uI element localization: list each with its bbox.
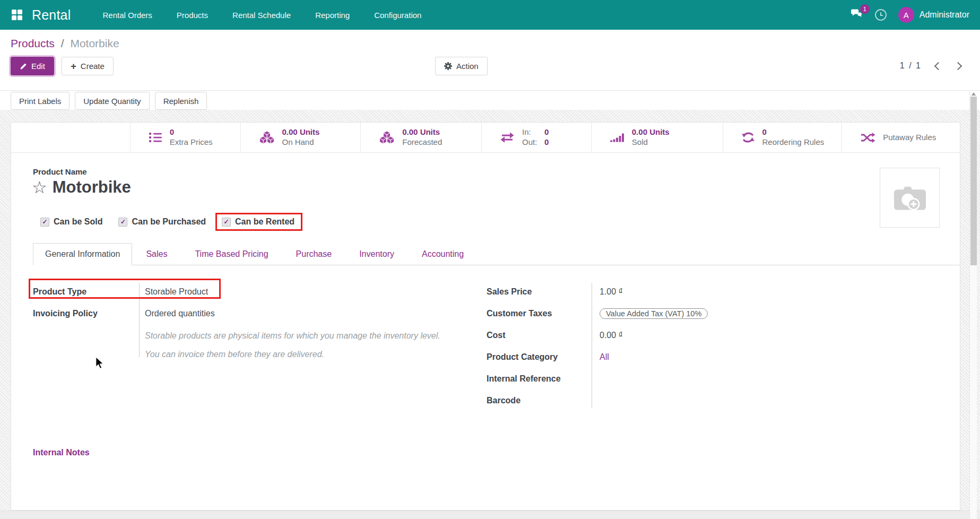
tab-time-based-pricing[interactable]: Time Based Pricing — [181, 244, 282, 265]
stat-putaway-rules[interactable]: Putaway Rules — [842, 123, 960, 152]
main-menu: Rental Orders Products Rental Schedule R… — [102, 11, 421, 20]
shuffle-icon — [860, 132, 875, 143]
tab-purchase[interactable]: Purchase — [282, 244, 346, 265]
navbar-right: 1 A Administrator — [851, 0, 969, 30]
menu-reporting[interactable]: Reporting — [315, 11, 350, 20]
field-sales-price: Sales Price 1.00 ₫ — [487, 281, 831, 302]
exchange-arrows-icon — [500, 131, 515, 144]
tax-tag: Value Added Tax (VAT) 10% — [600, 308, 708, 319]
pencil-icon — [20, 63, 27, 70]
breadcrumb-products[interactable]: Products — [11, 37, 55, 49]
avatar: A — [898, 7, 914, 23]
checkbox-can-be-rented[interactable]: ✓ Can be Rented — [215, 213, 302, 231]
pager-next-icon[interactable] — [954, 62, 962, 70]
top-navbar: Rental Rental Orders Products Rental Sch… — [0, 0, 980, 30]
app-brand[interactable]: Rental — [32, 7, 71, 23]
product-image-placeholder[interactable] — [880, 168, 940, 228]
checkbox-can-be-purchased[interactable]: ✓ Can be Purchased — [118, 217, 206, 227]
camera-plus-icon — [892, 183, 927, 213]
plus-icon: + — [71, 63, 76, 70]
action-button[interactable]: Action — [435, 57, 488, 75]
user-name: Administrator — [920, 10, 969, 20]
breadcrumb: Products / Motorbike — [11, 37, 969, 50]
scrollbar-thumb[interactable] — [970, 97, 977, 265]
create-button[interactable]: + Create — [62, 57, 114, 75]
internal-notes-label: Internal Notes — [33, 448, 90, 457]
form-sheet: 0 Extra Prices 0.00 Units On H — [11, 122, 960, 511]
cubes-icon — [379, 131, 395, 145]
messages-button[interactable]: 1 — [851, 8, 863, 21]
activities-clock-icon[interactable] — [875, 9, 887, 21]
stat-sold[interactable]: 0.00 Units Sold — [592, 123, 723, 152]
tab-sales[interactable]: Sales — [132, 244, 181, 265]
field-cost: Cost 0.00 ₫ — [487, 324, 831, 346]
control-buttons: Edit + Create — [11, 57, 969, 78]
control-panel: Products / Motorbike Edit + Create — [0, 30, 980, 91]
general-info-right-group: Sales Price 1.00 ₫ Customer Taxes Value … — [487, 281, 831, 411]
menu-products[interactable]: Products — [177, 11, 208, 20]
field-product-type: Product Type Storable Product — [33, 281, 441, 302]
list-icon — [149, 132, 162, 143]
form-statusbar: Print Labels Update Quantity Replenish — [0, 91, 980, 110]
print-labels-button[interactable]: Print Labels — [11, 92, 70, 110]
form-view: 0 Extra Prices 0.00 Units On H — [0, 110, 980, 519]
field-help-text: Storable products are physical items for… — [139, 330, 440, 360]
product-name-label: Product Name — [33, 167, 87, 176]
breadcrumb-separator: / — [61, 37, 64, 49]
pager: 1 / 1 — [900, 61, 961, 71]
pager-count: 1 / 1 — [900, 61, 922, 71]
stat-on-hand[interactable]: 0.00 Units On Hand — [241, 123, 361, 152]
update-quantity-button[interactable]: Update Quantity — [75, 92, 149, 110]
checkbox-can-be-sold[interactable]: ✓ Can be Sold — [40, 217, 102, 227]
page: Rental Rental Orders Products Rental Sch… — [0, 0, 980, 519]
general-info-left-group: Product Type Storable Product Invoicing … — [33, 281, 441, 360]
tab-accounting[interactable]: Accounting — [408, 244, 478, 265]
product-category-link[interactable]: All — [600, 352, 609, 361]
field-invoicing-policy: Invoicing Policy Ordered quantities — [33, 302, 441, 324]
vertical-scrollbar[interactable] — [969, 91, 977, 519]
stat-button-box: 0 Extra Prices 0.00 Units On H — [11, 123, 960, 153]
user-menu[interactable]: A Administrator — [898, 7, 969, 23]
scroll-up-arrow-icon[interactable] — [972, 92, 976, 96]
bottom-scrollbar-strip — [0, 511, 980, 519]
replenish-button[interactable]: Replenish — [155, 92, 207, 110]
field-customer-taxes: Customer Taxes Value Added Tax (VAT) 10% — [487, 302, 831, 324]
checkmark-icon: ✓ — [40, 218, 49, 227]
stat-extra-prices[interactable]: 0 Extra Prices — [131, 123, 241, 152]
stat-in-out[interactable]: In: 0 Out: 0 — [482, 123, 592, 152]
menu-configuration[interactable]: Configuration — [374, 11, 421, 20]
menu-rental-schedule[interactable]: Rental Schedule — [232, 11, 291, 20]
stat-spacer — [11, 123, 131, 152]
capability-checkboxes: ✓ Can be Sold ✓ Can be Purchased ✓ Can b… — [40, 217, 294, 227]
stat-forecasted[interactable]: 0.00 Units Forecasted — [361, 123, 482, 152]
signal-bars-icon — [610, 132, 625, 143]
pager-previous-icon[interactable] — [934, 62, 943, 70]
product-name: Motorbike — [53, 178, 131, 197]
notebook-tabs: General Information Sales Time Based Pri… — [33, 242, 960, 265]
field-barcode: Barcode — [487, 390, 831, 411]
gear-icon — [444, 62, 452, 70]
messages-badge: 1 — [860, 4, 870, 14]
refresh-icon — [741, 131, 755, 144]
tab-inventory[interactable]: Inventory — [345, 244, 408, 265]
breadcrumb-current: Motorbike — [70, 37, 119, 49]
checkmark-icon: ✓ — [222, 218, 231, 227]
menu-rental-orders[interactable]: Rental Orders — [102, 11, 152, 20]
field-product-category: Product Category All — [487, 346, 831, 368]
checkmark-icon: ✓ — [118, 218, 127, 227]
stat-reordering-rules[interactable]: 0 Reordering Rules — [723, 123, 843, 152]
edit-button[interactable]: Edit — [11, 57, 54, 75]
tab-general-information[interactable]: General Information — [33, 243, 132, 265]
cubes-icon — [259, 131, 275, 145]
apps-menu-icon[interactable] — [12, 10, 22, 20]
field-internal-reference: Internal Reference — [487, 368, 831, 390]
favorite-star-icon[interactable]: ☆ — [32, 179, 47, 196]
